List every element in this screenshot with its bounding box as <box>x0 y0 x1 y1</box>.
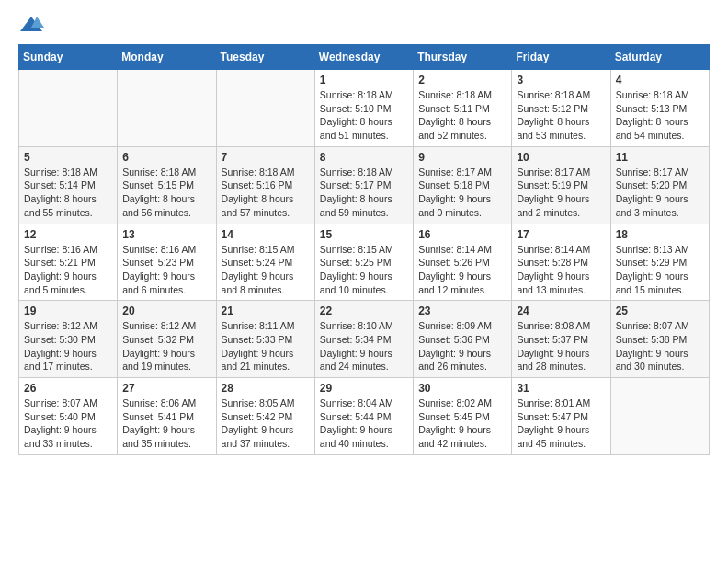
day-info: Sunrise: 8:08 AM Sunset: 5:37 PM Dayligh… <box>517 319 605 373</box>
day-info: Sunrise: 8:18 AM Sunset: 5:12 PM Dayligh… <box>517 88 605 143</box>
calendar-cell: 14Sunrise: 8:15 AM Sunset: 5:24 PM Dayli… <box>216 224 314 301</box>
day-info: Sunrise: 8:18 AM Sunset: 5:15 PM Dayligh… <box>122 166 210 220</box>
day-number: 1 <box>320 74 408 86</box>
day-number: 21 <box>222 304 310 317</box>
calendar-cell <box>118 70 216 147</box>
day-info: Sunrise: 8:07 AM Sunset: 5:38 PM Dayligh… <box>616 319 704 373</box>
calendar-cell: 27Sunrise: 8:06 AM Sunset: 5:41 PM Dayli… <box>118 378 216 455</box>
calendar-cell: 5Sunrise: 8:18 AM Sunset: 5:14 PM Daylig… <box>19 146 118 224</box>
day-number: 4 <box>616 74 704 86</box>
day-info: Sunrise: 8:14 AM Sunset: 5:26 PM Dayligh… <box>418 243 506 297</box>
day-number: 15 <box>320 228 408 241</box>
day-number: 8 <box>320 151 408 164</box>
week-row-3: 12Sunrise: 8:16 AM Sunset: 5:21 PM Dayli… <box>19 224 710 301</box>
day-info: Sunrise: 8:18 AM Sunset: 5:16 PM Dayligh… <box>222 166 310 220</box>
day-number: 25 <box>616 304 704 317</box>
week-row-5: 26Sunrise: 8:07 AM Sunset: 5:40 PM Dayli… <box>19 378 710 455</box>
day-number: 28 <box>222 382 310 395</box>
calendar-cell: 24Sunrise: 8:08 AM Sunset: 5:37 PM Dayli… <box>512 301 610 378</box>
calendar-cell: 30Sunrise: 8:02 AM Sunset: 5:45 PM Dayli… <box>414 378 512 455</box>
day-info: Sunrise: 8:06 AM Sunset: 5:41 PM Dayligh… <box>122 396 210 451</box>
day-info: Sunrise: 8:12 AM Sunset: 5:30 PM Dayligh… <box>24 319 112 373</box>
calendar-cell: 1Sunrise: 8:18 AM Sunset: 5:10 PM Daylig… <box>314 70 413 147</box>
day-info: Sunrise: 8:16 AM Sunset: 5:23 PM Dayligh… <box>122 243 210 297</box>
calendar-cell: 19Sunrise: 8:12 AM Sunset: 5:30 PM Dayli… <box>19 301 118 378</box>
day-number: 23 <box>418 304 506 317</box>
day-info: Sunrise: 8:09 AM Sunset: 5:36 PM Dayligh… <box>418 319 506 373</box>
day-info: Sunrise: 8:14 AM Sunset: 5:28 PM Dayligh… <box>517 243 605 297</box>
logo <box>18 15 48 35</box>
calendar-cell: 11Sunrise: 8:17 AM Sunset: 5:20 PM Dayli… <box>610 146 709 224</box>
day-number: 26 <box>24 382 112 395</box>
day-number: 13 <box>122 228 210 241</box>
calendar-cell: 7Sunrise: 8:18 AM Sunset: 5:16 PM Daylig… <box>216 146 314 224</box>
calendar-cell: 25Sunrise: 8:07 AM Sunset: 5:38 PM Dayli… <box>610 301 709 378</box>
calendar-cell: 2Sunrise: 8:18 AM Sunset: 5:11 PM Daylig… <box>414 70 512 147</box>
calendar-cell: 3Sunrise: 8:18 AM Sunset: 5:12 PM Daylig… <box>512 70 610 147</box>
day-header-saturday: Saturday <box>610 45 709 70</box>
day-info: Sunrise: 8:18 AM Sunset: 5:11 PM Dayligh… <box>418 88 506 143</box>
day-number: 2 <box>418 74 506 86</box>
day-header-sunday: Sunday <box>19 45 118 70</box>
day-info: Sunrise: 8:18 AM Sunset: 5:13 PM Dayligh… <box>616 88 704 143</box>
days-header-row: SundayMondayTuesdayWednesdayThursdayFrid… <box>19 45 710 70</box>
day-number: 22 <box>320 304 408 317</box>
day-header-thursday: Thursday <box>414 45 512 70</box>
day-number: 16 <box>418 228 506 241</box>
day-info: Sunrise: 8:13 AM Sunset: 5:29 PM Dayligh… <box>616 243 704 297</box>
day-number: 20 <box>122 304 210 317</box>
calendar-cell: 10Sunrise: 8:17 AM Sunset: 5:19 PM Dayli… <box>512 146 610 224</box>
calendar-cell <box>19 70 118 147</box>
logo-icon <box>18 15 44 35</box>
day-info: Sunrise: 8:16 AM Sunset: 5:21 PM Dayligh… <box>24 243 112 297</box>
calendar-cell: 8Sunrise: 8:18 AM Sunset: 5:17 PM Daylig… <box>314 146 413 224</box>
day-number: 31 <box>517 382 605 395</box>
calendar-cell: 4Sunrise: 8:18 AM Sunset: 5:13 PM Daylig… <box>610 70 709 147</box>
calendar-cell: 13Sunrise: 8:16 AM Sunset: 5:23 PM Dayli… <box>118 224 216 301</box>
day-info: Sunrise: 8:07 AM Sunset: 5:40 PM Dayligh… <box>24 396 112 451</box>
calendar-cell <box>610 378 709 455</box>
day-header-friday: Friday <box>512 45 610 70</box>
day-number: 5 <box>24 151 112 164</box>
day-info: Sunrise: 8:05 AM Sunset: 5:42 PM Dayligh… <box>222 396 310 451</box>
calendar-cell: 21Sunrise: 8:11 AM Sunset: 5:33 PM Dayli… <box>216 301 314 378</box>
day-number: 7 <box>222 151 310 164</box>
calendar-cell: 31Sunrise: 8:01 AM Sunset: 5:47 PM Dayli… <box>512 378 610 455</box>
calendar-cell: 6Sunrise: 8:18 AM Sunset: 5:15 PM Daylig… <box>118 146 216 224</box>
header <box>18 15 710 35</box>
day-info: Sunrise: 8:02 AM Sunset: 5:45 PM Dayligh… <box>418 396 506 451</box>
day-number: 19 <box>24 304 112 317</box>
calendar-cell: 12Sunrise: 8:16 AM Sunset: 5:21 PM Dayli… <box>19 224 118 301</box>
day-info: Sunrise: 8:18 AM Sunset: 5:14 PM Dayligh… <box>24 166 112 220</box>
week-row-4: 19Sunrise: 8:12 AM Sunset: 5:30 PM Dayli… <box>19 301 710 378</box>
calendar-cell <box>216 70 314 147</box>
day-info: Sunrise: 8:10 AM Sunset: 5:34 PM Dayligh… <box>320 319 408 373</box>
day-number: 30 <box>418 382 506 395</box>
calendar-table: SundayMondayTuesdayWednesdayThursdayFrid… <box>18 44 710 455</box>
day-info: Sunrise: 8:17 AM Sunset: 5:18 PM Dayligh… <box>418 166 506 220</box>
day-info: Sunrise: 8:04 AM Sunset: 5:44 PM Dayligh… <box>320 396 408 451</box>
day-number: 3 <box>517 74 605 86</box>
day-number: 10 <box>517 151 605 164</box>
calendar-cell: 28Sunrise: 8:05 AM Sunset: 5:42 PM Dayli… <box>216 378 314 455</box>
calendar-cell: 29Sunrise: 8:04 AM Sunset: 5:44 PM Dayli… <box>314 378 413 455</box>
week-row-2: 5Sunrise: 8:18 AM Sunset: 5:14 PM Daylig… <box>19 146 710 224</box>
day-info: Sunrise: 8:18 AM Sunset: 5:10 PM Dayligh… <box>320 88 408 143</box>
calendar-cell: 23Sunrise: 8:09 AM Sunset: 5:36 PM Dayli… <box>414 301 512 378</box>
calendar-cell: 15Sunrise: 8:15 AM Sunset: 5:25 PM Dayli… <box>314 224 413 301</box>
day-info: Sunrise: 8:01 AM Sunset: 5:47 PM Dayligh… <box>517 396 605 451</box>
day-header-wednesday: Wednesday <box>314 45 413 70</box>
day-number: 27 <box>122 382 210 395</box>
day-info: Sunrise: 8:17 AM Sunset: 5:20 PM Dayligh… <box>616 166 704 220</box>
calendar-cell: 16Sunrise: 8:14 AM Sunset: 5:26 PM Dayli… <box>414 224 512 301</box>
day-number: 29 <box>320 382 408 395</box>
day-number: 12 <box>24 228 112 241</box>
day-info: Sunrise: 8:18 AM Sunset: 5:17 PM Dayligh… <box>320 166 408 220</box>
calendar-cell: 9Sunrise: 8:17 AM Sunset: 5:18 PM Daylig… <box>414 146 512 224</box>
day-number: 17 <box>517 228 605 241</box>
week-row-1: 1Sunrise: 8:18 AM Sunset: 5:10 PM Daylig… <box>19 70 710 147</box>
day-info: Sunrise: 8:15 AM Sunset: 5:24 PM Dayligh… <box>222 243 310 297</box>
day-info: Sunrise: 8:12 AM Sunset: 5:32 PM Dayligh… <box>122 319 210 373</box>
calendar-cell: 22Sunrise: 8:10 AM Sunset: 5:34 PM Dayli… <box>314 301 413 378</box>
day-number: 11 <box>616 151 704 164</box>
